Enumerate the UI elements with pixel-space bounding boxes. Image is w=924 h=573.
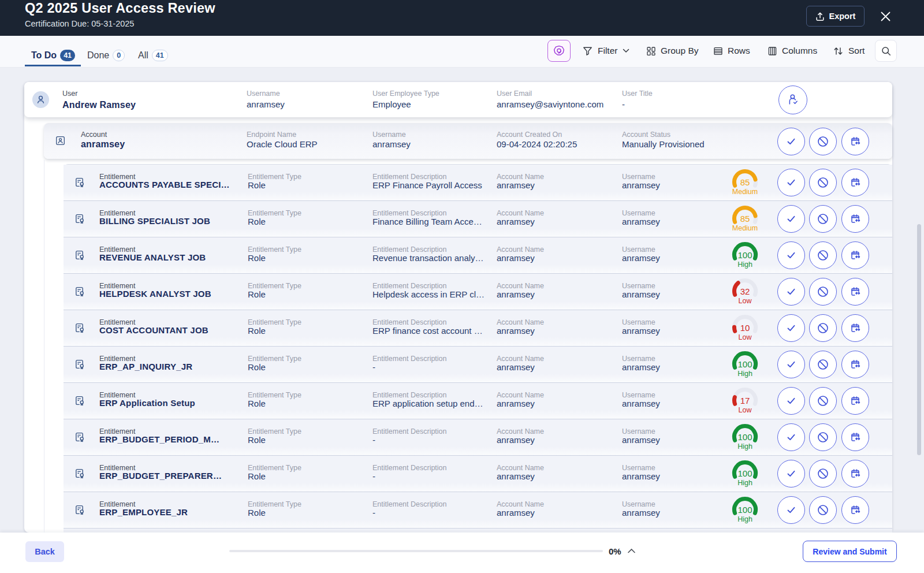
svg-text:17: 17: [740, 396, 750, 405]
svg-text:100: 100: [737, 505, 752, 515]
svg-text:100: 100: [737, 359, 752, 369]
svg-text:32: 32: [740, 286, 750, 296]
svg-text:100: 100: [737, 250, 752, 260]
svg-text:85: 85: [740, 177, 750, 187]
svg-text:10: 10: [740, 323, 750, 333]
svg-text:100: 100: [737, 468, 752, 478]
svg-text:100: 100: [737, 432, 752, 442]
svg-text:85: 85: [740, 214, 750, 224]
